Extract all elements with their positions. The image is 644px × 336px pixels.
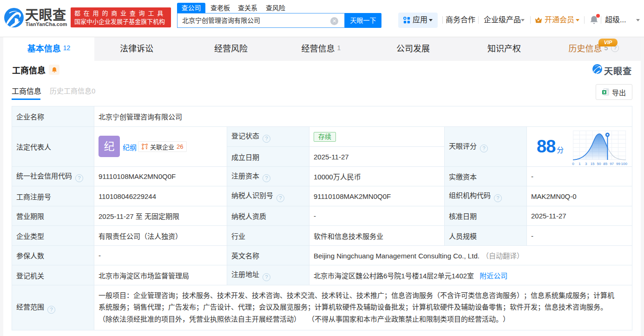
svg-text:0: 0 [572, 162, 574, 166]
svg-text:99: 99 [616, 162, 620, 166]
svg-text:3: 3 [585, 162, 587, 166]
svg-text:15: 15 [591, 162, 595, 166]
svg-text:50: 50 [597, 162, 601, 166]
svg-text:100: 100 [621, 162, 628, 166]
svg-text:97: 97 [610, 162, 614, 166]
svg-text:85: 85 [603, 162, 607, 166]
svg-text:1: 1 [578, 162, 581, 166]
